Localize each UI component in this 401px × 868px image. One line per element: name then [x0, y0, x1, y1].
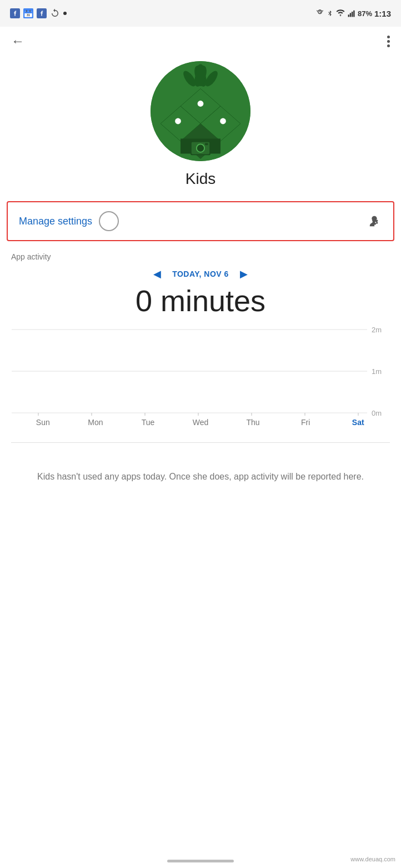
day-tue: Tue	[122, 418, 174, 427]
manage-settings-left: Manage settings	[19, 211, 119, 231]
svg-point-23	[175, 118, 181, 124]
svg-text:2m: 2m	[372, 327, 382, 334]
facebook-icon-2	[37, 8, 47, 18]
sync-icon	[50, 8, 60, 18]
activity-chart: 2m 1m 0m	[11, 327, 390, 416]
avatar-section: Kids	[0, 56, 401, 199]
avatar	[151, 61, 250, 161]
top-nav: ←	[0, 27, 401, 56]
chart-day-labels: Sun Mon Tue Wed Thu Fri Sat	[11, 418, 390, 427]
svg-rect-6	[29, 10, 31, 12]
svg-rect-3	[24, 11, 32, 13]
signal-icon	[348, 9, 355, 17]
section-label: App activity	[11, 252, 390, 261]
minutes-display: 0 minutes	[11, 283, 390, 318]
svg-text:1m: 1m	[372, 367, 382, 376]
day-sun: Sun	[17, 418, 69, 427]
day-fri: Fri	[279, 418, 332, 427]
manage-settings-toggle[interactable]	[99, 211, 119, 231]
svg-point-29	[198, 146, 202, 150]
svg-rect-9	[350, 13, 351, 17]
wifi-icon	[335, 9, 345, 17]
chart-container: 2m 1m 0m Sun Mon Tue Wed Thu Fri	[11, 327, 390, 438]
bluetooth-icon	[327, 9, 333, 18]
day-thu: Thu	[227, 418, 279, 427]
facebook-icon	[10, 8, 20, 18]
svg-text:31: 31	[27, 13, 30, 17]
status-bar: 31	[0, 0, 401, 27]
alarm-icon	[315, 9, 324, 18]
status-bar-left: 31	[10, 8, 67, 18]
date-nav: ◀ TODAY, NOV 6 ▶	[11, 268, 390, 280]
svg-point-22	[198, 101, 204, 107]
more-menu-button[interactable]	[387, 36, 390, 47]
app-activity-section: App activity ◀ TODAY, NOV 6 ▶ 0 minutes …	[0, 243, 401, 504]
profile-name: Kids	[186, 170, 215, 188]
svg-rect-11	[353, 11, 354, 17]
home-bar	[167, 860, 234, 862]
back-button[interactable]: ←	[11, 33, 24, 49]
watermark: www.deuaq.com	[350, 856, 395, 862]
manage-settings-container: Manage settings	[7, 201, 394, 241]
status-time: 1:13	[374, 9, 391, 18]
battery-level: 87%	[358, 9, 372, 18]
svg-text:0m: 0m	[372, 409, 382, 416]
empty-state-message: Kids hasn't used any apps today. Once sh…	[11, 447, 390, 495]
day-mon: Mon	[69, 418, 122, 427]
current-date-label: TODAY, NOV 6	[172, 270, 229, 278]
manage-settings-row[interactable]: Manage settings	[8, 202, 393, 240]
svg-rect-5	[26, 10, 27, 12]
manage-settings-label: Manage settings	[19, 216, 92, 227]
prev-date-button[interactable]: ◀	[153, 268, 161, 280]
person-settings-icon	[367, 213, 382, 229]
day-sat: Sat	[332, 418, 384, 427]
calendar-icon: 31	[23, 8, 33, 18]
divider	[11, 442, 390, 443]
svg-rect-8	[348, 14, 349, 17]
svg-rect-10	[352, 12, 353, 17]
status-bar-right: 87% 1:13	[315, 9, 391, 18]
home-indicator	[0, 837, 401, 868]
svg-rect-30	[205, 143, 208, 146]
svg-point-24	[220, 118, 226, 124]
next-date-button[interactable]: ▶	[240, 268, 248, 280]
notification-dot	[63, 12, 67, 15]
day-wed: Wed	[174, 418, 227, 427]
